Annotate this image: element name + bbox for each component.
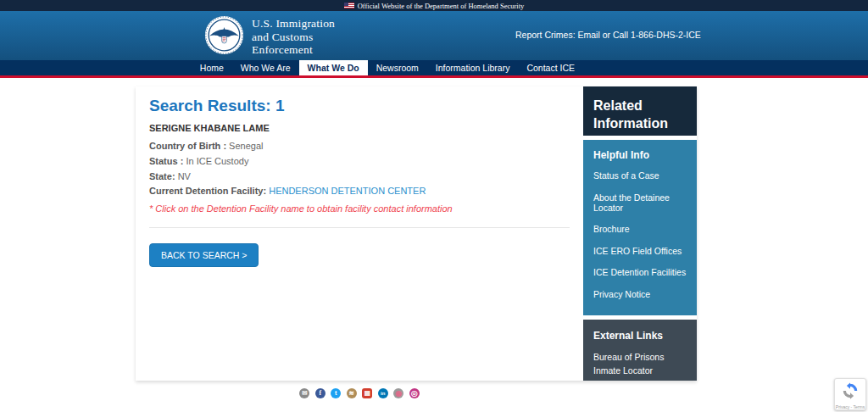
rss-icon[interactable]: ≋ — [347, 388, 357, 398]
nav-item-information-library[interactable]: Information Library — [427, 60, 519, 75]
email-icon[interactable]: ✉ — [299, 388, 309, 398]
recaptcha-terms-text[interactable]: Privacy - Terms — [835, 404, 865, 409]
nav-item-home[interactable]: Home — [192, 60, 232, 75]
gov-banner-text: Official Website of the Department of Ho… — [358, 2, 525, 10]
social-icons-row: ✉ f t ≋ ▤ in ◉ ◎ — [136, 385, 583, 400]
recaptcha-badge[interactable]: Privacy - Terms — [834, 378, 866, 410]
facility-note: * Click on the Detention Facility name t… — [149, 203, 570, 214]
nav-item-who-we-are[interactable]: Who We Are — [232, 60, 299, 75]
search-results-panel: Search Results: 1 SERIGNE KHABANE LAME C… — [136, 86, 583, 381]
external-links-heading: External Links — [593, 330, 687, 342]
related-information-header: Related Information — [583, 86, 697, 136]
sidebar-link-about-detainee-locator[interactable]: About the Detainee Locator — [593, 192, 687, 213]
agency-name-line1: U.S. Immigration — [252, 17, 335, 31]
field-label: Current Detention Facility: — [149, 186, 266, 196]
twitter-icon[interactable]: t — [331, 388, 341, 398]
sidebar-link-status-of-a-case[interactable]: Status of a Case — [593, 170, 687, 181]
page-container: Search Results: 1 SERIGNE KHABANE LAME C… — [136, 86, 697, 412]
nav-item-contact-ice[interactable]: Contact ICE — [518, 60, 583, 75]
youtube-icon[interactable]: ▤ — [362, 388, 372, 398]
nav-inner: Home Who We Are What We Do Newsroom Info… — [0, 60, 583, 75]
page-title: Search Results: 1 — [149, 97, 570, 115]
back-to-search-button[interactable]: BACK TO SEARCH > — [149, 243, 259, 267]
agency-name: U.S. Immigration and Customs Enforcement — [252, 17, 335, 57]
helpful-info-box: Helpful Info Status of a Case About the … — [583, 140, 697, 315]
gov-banner: Official Website of the Department of Ho… — [0, 0, 868, 11]
field-country-of-birth: Country of Birth : Senegal — [149, 139, 570, 154]
nav-item-what-we-do[interactable]: What We Do — [299, 60, 368, 75]
us-flag-icon — [344, 3, 354, 8]
divider — [149, 227, 570, 228]
field-detention-facility: Current Detention Facility: HENDERSON DE… — [149, 184, 570, 199]
instagram-icon[interactable]: ◎ — [409, 388, 420, 398]
field-label: Country of Birth : — [149, 141, 226, 151]
detainee-name: SERIGNE KHABANE LAME — [149, 123, 570, 133]
field-status: Status : In ICE Custody — [149, 154, 570, 170]
agency-name-line2: and Customs — [252, 31, 335, 44]
field-value: Senegal — [229, 141, 263, 151]
pinterest-icon[interactable]: ◉ — [393, 388, 403, 398]
sidebar-link-ice-ero-field-offices[interactable]: ICE ERO Field Offices — [593, 246, 687, 256]
field-state: State: NV — [149, 170, 570, 185]
sidebar-link-brochure[interactable]: Brochure — [593, 224, 687, 234]
field-value: In ICE Custody — [186, 156, 248, 166]
content-row: Search Results: 1 SERIGNE KHABANE LAME C… — [136, 86, 697, 381]
sidebar: Related Information Helpful Info Status … — [583, 86, 697, 381]
linkedin-icon[interactable]: in — [378, 388, 388, 398]
dhs-seal-icon — [204, 15, 244, 55]
external-links-box: External Links Bureau of Prisons Inmate … — [583, 320, 697, 381]
detention-facility-link[interactable]: HENDERSON DETENTION CENTER — [269, 186, 426, 196]
sidebar-link-privacy-notice[interactable]: Privacy Notice — [593, 289, 687, 299]
nav-item-newsroom[interactable]: Newsroom — [368, 60, 427, 75]
main-nav: Home Who We Are What We Do Newsroom Info… — [0, 60, 868, 78]
sidebar-link-ice-detention-facilities[interactable]: ICE Detention Facilities — [593, 267, 687, 277]
report-crimes-text: Report Crimes: Email or Call 1-866-DHS-2… — [515, 30, 701, 40]
sidebar-link-bop-inmate-locator[interactable]: Bureau of Prisons Inmate Locator — [593, 351, 687, 378]
field-label: State: — [149, 171, 175, 181]
recaptcha-icon — [841, 381, 860, 400]
helpful-info-heading: Helpful Info — [593, 149, 687, 161]
field-value: NV — [178, 171, 191, 181]
agency-name-line3: Enforcement — [252, 43, 335, 57]
field-label: Status : — [149, 156, 183, 166]
facebook-icon[interactable]: f — [315, 388, 326, 398]
site-header: U.S. Immigration and Customs Enforcement… — [0, 11, 868, 60]
